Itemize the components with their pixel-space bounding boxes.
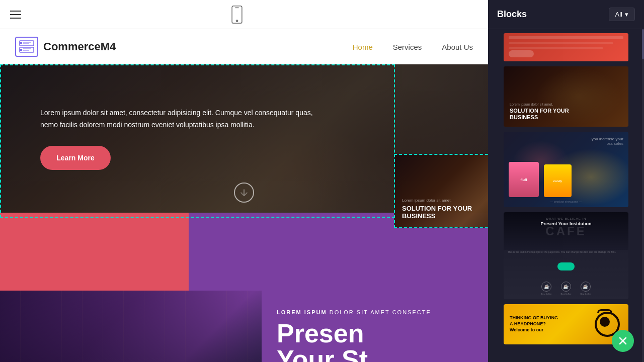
chevron-down-icon: ▾ bbox=[625, 11, 628, 18]
card-headphones-text: THINKING OF BUYING A HEADPHONE?Welcome t… bbox=[510, 315, 560, 333]
block-card-solution[interactable]: Lorem ipsum dolor sit amet, SOLUTION FOR… bbox=[504, 66, 628, 127]
present-label-bold: LOREM ISPUM bbox=[277, 309, 327, 315]
panel-scrollbar[interactable] bbox=[642, 29, 644, 362]
filter-label: All bbox=[615, 11, 622, 18]
present-title-line2: Your St bbox=[277, 346, 473, 362]
svg-rect-8 bbox=[20, 49, 22, 51]
drag-preview-subtitle: Lorem ipsum dolor sit amet, bbox=[402, 198, 488, 203]
logo-icon bbox=[15, 37, 38, 57]
card-solution-subtitle: Lorem ipsum dolor sit amet, bbox=[510, 103, 622, 106]
close-panel-button[interactable] bbox=[612, 330, 634, 352]
panel-header: Blocks All ▾ bbox=[488, 0, 644, 29]
nav-link-services[interactable]: Services bbox=[393, 43, 422, 51]
drag-preview-block[interactable]: Lorem ipsum dolor sit amet, SOLUTION FOR… bbox=[394, 154, 488, 228]
panel-scrollbar-thumb bbox=[642, 29, 644, 59]
card-solution-preview: Lorem ipsum dolor sit amet, SOLUTION FOR… bbox=[504, 66, 628, 127]
card-product-preview: fluff candy you increase your oss sales … bbox=[504, 132, 628, 207]
card-headphones-preview: THINKING OF BUYING A HEADPHONE?Welcome t… bbox=[504, 304, 628, 344]
present-title: Presen Your St bbox=[277, 320, 473, 362]
logo[interactable]: CommerceM4 bbox=[15, 37, 116, 57]
present-section: LOREM ISPUM DOLOR SIT AMET CONSECTE Pres… bbox=[0, 291, 488, 362]
blocks-panel: Blocks All ▾ Lorem ipsum dolor sit amet,… bbox=[488, 0, 644, 362]
logo-text: CommerceM4 bbox=[43, 40, 116, 53]
block-card-headphones[interactable]: THINKING OF BUYING A HEADPHONE?Welcome t… bbox=[504, 304, 628, 344]
present-label-rest: DOLOR SIT AMET CONSECTE bbox=[330, 309, 431, 315]
panel-cards-list: Lorem ipsum dolor sit amet, SOLUTION FOR… bbox=[488, 29, 644, 362]
hamburger-menu[interactable] bbox=[10, 11, 21, 19]
editor-area: CommerceM4 Home Services About Us Lorem … bbox=[0, 0, 488, 362]
hero-cta-button[interactable]: Learn More bbox=[40, 146, 111, 170]
present-right-content: LOREM ISPUM DOLOR SIT AMET CONSECTE Pres… bbox=[262, 291, 488, 362]
present-title-line1: Presen bbox=[277, 320, 473, 346]
block-card-red-partial[interactable] bbox=[504, 33, 628, 61]
drag-preview-title: SOLUTION FOR YOURBUSINESS bbox=[402, 205, 488, 220]
color-block-red bbox=[0, 213, 189, 291]
svg-point-1 bbox=[236, 20, 238, 22]
toolbar bbox=[0, 0, 488, 29]
mobile-preview-button[interactable] bbox=[231, 6, 243, 24]
present-left-image bbox=[0, 291, 262, 362]
drag-preview-text: Lorem ipsum dolor sit amet, SOLUTION FOR… bbox=[402, 198, 488, 220]
panel-title: Blocks bbox=[497, 9, 527, 20]
card-solution-title: SOLUTION FOR YOURBUSINESS bbox=[510, 108, 622, 121]
block-card-cafe[interactable]: CAFE WHAT WE BELIEVE IN Present Your Ins… bbox=[504, 212, 628, 299]
nav-link-about[interactable]: About Us bbox=[442, 43, 473, 51]
nav-links: Home Services About Us bbox=[353, 43, 473, 51]
scroll-down-button[interactable] bbox=[234, 183, 254, 203]
card-cafe-preview: CAFE WHAT WE BELIEVE IN Present Your Ins… bbox=[504, 212, 628, 299]
card-red-partial-preview bbox=[504, 33, 628, 61]
filter-button[interactable]: All ▾ bbox=[609, 8, 635, 21]
nav-link-home[interactable]: Home bbox=[353, 43, 373, 51]
block-card-product[interactable]: fluff candy you increase your oss sales … bbox=[504, 132, 628, 207]
hero-body-text: Lorem ipsum dolor sit amet, consectetur … bbox=[40, 107, 322, 131]
present-label: LOREM ISPUM DOLOR SIT AMET CONSECTE bbox=[277, 309, 473, 315]
website-preview: CommerceM4 Home Services About Us Lorem … bbox=[0, 29, 488, 362]
svg-rect-0 bbox=[232, 6, 242, 23]
nav-bar: CommerceM4 Home Services About Us bbox=[0, 29, 488, 64]
svg-rect-4 bbox=[20, 42, 22, 44]
